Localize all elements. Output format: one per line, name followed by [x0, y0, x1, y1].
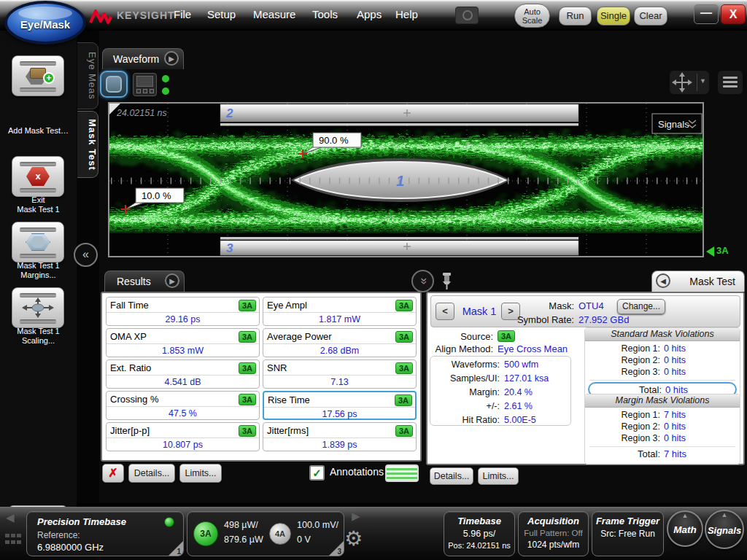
single-display-button[interactable] — [100, 71, 128, 98]
align-method-value: Eye Cross Mean — [498, 343, 568, 354]
result-card-ext-ratio[interactable]: Ext. Ratio3A 4.541 dB — [106, 359, 260, 389]
brand-logo: KEYSIGHT — [117, 9, 175, 21]
results-tab-label: Results — [117, 276, 151, 287]
math-button[interactable]: ▲ Math — [667, 510, 703, 547]
minimize-button[interactable]: — — [694, 4, 719, 24]
scroll-right-button[interactable]: ▶ — [352, 510, 360, 523]
run-button[interactable]: Run — [559, 7, 592, 26]
tab-results[interactable]: Results ▶ — [104, 271, 185, 292]
frame-trigger-panel[interactable]: Frame Trigger Src: Free Run — [592, 511, 664, 556]
sidebar: + Add Mask Test… x Exit Mask Test 1 Mask… — [0, 31, 77, 510]
mask-limits-button[interactable]: Limits... — [478, 467, 519, 485]
annotations-checkbox[interactable]: ✓ — [309, 465, 325, 481]
signals-dropdown[interactable]: Signals — [652, 114, 702, 133]
delete-measurement-button[interactable]: ✗ — [102, 464, 124, 483]
source-badge: 3A — [239, 300, 256, 311]
result-card-oma-xp[interactable]: OMA XP3A 1.853 mW — [106, 328, 260, 357]
precision-timebase-panel[interactable]: Precision Timebase Reference: 6.9880000 … — [26, 511, 184, 556]
tab-mask-test-panel[interactable]: ◀ Mask Test — [651, 271, 745, 292]
corner-fold — [329, 541, 344, 556]
add-mask-test-button[interactable]: + — [12, 55, 64, 96]
pin-icon[interactable] — [441, 272, 453, 290]
eye-mask-app-menu-button[interactable]: Eye/Mask — [4, 1, 86, 44]
led-green-icon — [164, 517, 174, 527]
annotations-label: Annotations — [330, 466, 384, 478]
grid-display-button[interactable] — [133, 73, 157, 96]
close-button[interactable]: X — [721, 4, 746, 24]
vertical-tab-strip: Eye Meas Mask Test — [77, 31, 99, 503]
waveform-tab-label: Waveform — [113, 53, 159, 65]
mask-prev-button[interactable]: < — [436, 303, 454, 320]
mask-region-1: 1 — [295, 160, 506, 200]
clear-button[interactable]: Clear — [634, 7, 667, 26]
source-badge: 3A — [498, 330, 515, 342]
mask-scaling-button[interactable] — [12, 287, 64, 328]
mask-details-button[interactable]: Details... — [430, 467, 473, 485]
color-grade-button[interactable] — [385, 464, 419, 482]
mask-test-back-button[interactable]: ◀ — [656, 273, 670, 288]
channel-grid-button[interactable] — [4, 532, 22, 547]
acquisition-panel[interactable]: Acquisition Full Pattern: Off 1024 pts/w… — [518, 511, 589, 556]
grid-thumb-icon — [136, 89, 141, 93]
camera-icon[interactable] — [455, 7, 479, 24]
mask-margins-button[interactable] — [12, 222, 64, 262]
result-card-jitter-pp[interactable]: Jitter[p-p]3A 10.807 ps — [106, 422, 260, 451]
exit-mask-test-button[interactable]: x — [12, 156, 64, 197]
standard-mask-violations: Standard Mask Violations Region 1:0 hits… — [584, 327, 740, 400]
result-card-rise-time[interactable]: Rise Time3A 17.56 ps — [263, 391, 417, 420]
channel-3a-badge: 3A — [193, 521, 218, 546]
auto-scale-button[interactable]: Auto Scale — [514, 4, 550, 28]
scroll-left-button[interactable]: ◀ — [6, 511, 15, 524]
sidebar-item-label: Scaling... — [0, 336, 77, 346]
svg-text:90.0 %: 90.0 % — [319, 135, 349, 146]
single-display-icon — [106, 76, 122, 93]
sidebar-collapse-button[interactable]: « — [74, 243, 98, 267]
menu-help[interactable]: Help — [395, 8, 418, 20]
mask-bar-icon — [20, 228, 56, 232]
eye-diagram-plot[interactable]: 2 3 1 24.02151 ns — [108, 102, 704, 257]
up-triangle-icon: ▲ — [706, 511, 743, 518]
menu-setup[interactable]: Setup — [207, 8, 236, 20]
mask-value: OTU4 — [578, 300, 604, 311]
mask-bar-icon — [20, 254, 56, 258]
align-method-label: Align Method: — [429, 343, 493, 354]
tab-eye-meas[interactable]: Eye Meas — [77, 42, 98, 109]
menu-file[interactable]: File — [174, 8, 191, 20]
channels-panel[interactable]: 3A 498 µW/ 879.6 µW 4A 100.0 mV/ 0 V 3 — [187, 511, 344, 556]
tab-mask-test[interactable]: Mask Test — [77, 111, 98, 178]
gear-icon[interactable]: ⚙ — [344, 526, 363, 551]
result-card-crossing[interactable]: Crossing %3A 47.5 % — [106, 391, 260, 420]
svg-text:Signals: Signals — [658, 119, 689, 130]
source-badge: 3A — [395, 331, 413, 343]
source-badge: 3A — [395, 362, 413, 374]
display-menu-button[interactable] — [718, 71, 743, 94]
result-card-snr[interactable]: SNR3A 7.13 — [263, 359, 417, 389]
sidebar-item-label: Margins... — [0, 271, 77, 280]
result-card-eye-ampl[interactable]: Eye Ampl3A 1.817 mW — [263, 297, 417, 326]
panel-collapse-button[interactable]: « — [411, 270, 434, 292]
results-play-button[interactable]: ▶ — [165, 273, 179, 288]
result-card-average-power[interactable]: Average Power3A 2.68 dBm — [263, 328, 417, 357]
menu-apps[interactable]: Apps — [357, 8, 382, 20]
change-mask-button[interactable]: Change... — [617, 299, 665, 314]
status-dot-icon — [162, 88, 169, 95]
waveform-play-button[interactable]: ▶ — [164, 51, 179, 66]
mask-stats-box: Waveforms:500 wfm Samples/UI:127.01 ksa … — [430, 356, 571, 426]
application-window: KEYSIGHT File Setup Measure Tools Apps H… — [0, 0, 747, 560]
menu-measure[interactable]: Measure — [253, 8, 295, 20]
timebase-panel[interactable]: Timebase 5.96 ps/ Pos: 24.02151 ns — [444, 511, 515, 556]
scaling-arrows-icon — [22, 298, 54, 318]
symbol-rate-value: 27.952 GBd — [578, 314, 629, 325]
timebase-position-label: 24.02151 ns — [116, 108, 167, 118]
result-card-fall-time[interactable]: Fall Time3A 29.16 ps — [106, 297, 260, 326]
result-card-jitter-rms[interactable]: Jitter[rms]3A 1.839 ps — [263, 422, 417, 451]
mask-region-2: 2 — [220, 104, 578, 126]
limits-button[interactable]: Limits... — [179, 464, 222, 483]
eye-diagram-canvas: 2 3 1 24.02151 ns — [109, 104, 703, 256]
menu-tools[interactable]: Tools — [312, 8, 338, 20]
details-button[interactable]: Details... — [128, 464, 175, 483]
pan-zoom-button[interactable]: ▼ — [670, 71, 709, 94]
signals-button[interactable]: ▲ Signals — [705, 510, 744, 549]
tab-waveform[interactable]: Waveform ▶ — [102, 48, 184, 69]
single-button[interactable]: Single — [597, 7, 630, 26]
